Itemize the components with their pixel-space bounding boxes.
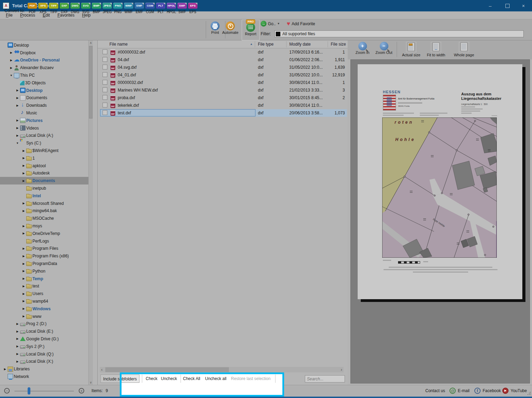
sidebar-item-network[interactable]: Network — [0, 373, 88, 380]
expander-icon[interactable]: ▶ — [15, 126, 20, 130]
sidebar-item-sys-2-p[interactable]: ▶Sys 2 (P:) — [0, 343, 88, 350]
minimize-button[interactable]: – — [483, 0, 498, 11]
sidebar-item-documents[interactable]: ▶Documents — [0, 94, 88, 102]
row-checkbox[interactable] — [103, 49, 107, 54]
zoom-in-button[interactable]: + Zoom In — [352, 42, 373, 55]
row-checkbox[interactable] — [103, 95, 107, 100]
sidebar-item-autodesk[interactable]: ▶Autodesk — [0, 170, 88, 177]
row-checkbox[interactable] — [103, 80, 107, 85]
format-wmf[interactable]: WMFWMF — [123, 2, 134, 14]
file-row-proba-dxf[interactable]: DXFproba.dxfdxf30/01/2015 8:45...2 — [100, 94, 347, 102]
expander-icon[interactable]: ▶ — [21, 315, 26, 318]
scroll-left-icon[interactable]: ‹ — [101, 367, 103, 372]
expander-icon[interactable]: ▶ — [21, 269, 26, 273]
expander-icon[interactable]: ▶ — [3, 368, 7, 371]
go-dropdown-icon[interactable]: ▼ — [277, 22, 280, 25]
sidebar-item-alexander-buzaev[interactable]: ▶Alexander Buzaev — [0, 64, 88, 72]
sidebar-item-onedrive-personal[interactable]: ▶OneDrive - Personal — [0, 57, 88, 64]
sidebar-item-users[interactable]: ▶Users — [0, 290, 88, 297]
format-swf[interactable]: SWFSWF — [177, 2, 187, 14]
filter-select[interactable]: All supported files — [274, 30, 524, 37]
format-bmp[interactable]: BMPBMP — [91, 2, 102, 14]
file-row-marines-wh-new-dxf[interactable]: DXFMarines WH NEW.dxfdxf21/02/2013 3:33.… — [100, 86, 347, 94]
sidebar-item-apktool[interactable]: ▶apktool — [0, 162, 88, 170]
sidebar-item-winreagent[interactable]: ▶$WinREAgent — [0, 147, 88, 154]
format-cgm[interactable]: CGMCGM — [145, 2, 155, 14]
col-modify-date[interactable]: Modify date — [289, 42, 311, 47]
resize-grip[interactable] — [527, 392, 531, 395]
zoom-slider-thumb[interactable] — [28, 387, 30, 395]
add-favorite-button[interactable]: ♥ Add Favorite — [287, 21, 315, 27]
sidebar-item-dropbox[interactable]: ▶Dropbox — [0, 49, 88, 57]
format-eps[interactable]: EPSEPS — [187, 2, 198, 14]
tree-scrollbar-thumb[interactable] — [89, 46, 93, 119]
expander-icon[interactable]: ▶ — [21, 172, 26, 175]
fit-to-width-button[interactable]: ↔ Fit to width — [423, 42, 449, 57]
format-emf[interactable]: EMFEMF — [134, 2, 145, 14]
sidebar-item-test[interactable]: ▶test — [0, 283, 88, 290]
expander-icon[interactable]: ▶ — [15, 360, 20, 363]
format-jpeg[interactable]: JPEGJPEG — [102, 2, 113, 14]
expander-icon[interactable]: ▶ — [21, 149, 26, 152]
sidebar-item-desktop[interactable]: Desktop — [0, 41, 88, 49]
sidebar-item-perflogs[interactable]: PerfLogs — [0, 237, 88, 245]
sidebar-item-3d-objects[interactable]: 3D Objects — [0, 79, 88, 87]
sidebar-item-program-files[interactable]: ▶Program Files — [0, 245, 88, 253]
expander-icon[interactable]: ▶ — [15, 96, 20, 100]
sidebar-item-onedrivetemp[interactable]: ▶OneDriveTemp — [0, 230, 88, 237]
file-row-04-01-dxf[interactable]: DXF04_01.dxfdxf31/05/2022 10:0...12,919 — [100, 71, 347, 79]
row-checkbox[interactable] — [103, 57, 107, 62]
sidebar-item-local-disk-x[interactable]: ▶Local Disk (X:) — [0, 358, 88, 365]
row-checkbox[interactable] — [103, 72, 107, 77]
sidebar-item-intel[interactable]: Intel — [0, 192, 88, 200]
sidebar-item-local-disk-a[interactable]: ▶Local Disk (A:) — [0, 132, 88, 140]
go-button[interactable]: → Go.. ▼ — [261, 21, 280, 27]
zoom-slider-track[interactable] — [14, 391, 74, 391]
expander-icon[interactable]: ▶ — [21, 164, 26, 167]
expander-icon[interactable]: ▶ — [21, 307, 26, 310]
expander-icon[interactable]: ▶ — [9, 59, 13, 62]
row-checkbox[interactable] — [103, 87, 107, 92]
expander-icon[interactable]: ▼ — [9, 74, 13, 77]
expander-icon[interactable]: ▶ — [21, 300, 26, 303]
expander-icon[interactable]: ▶ — [15, 352, 20, 356]
expander-icon[interactable]: ▶ — [21, 209, 26, 212]
expander-icon[interactable]: ▶ — [21, 232, 26, 235]
contact-us-link[interactable]: Contact us — [425, 388, 445, 393]
expander-icon[interactable]: ▶ — [21, 157, 26, 160]
sidebar-item-msys[interactable]: ▶msys — [0, 222, 88, 230]
sidebar-item-google-drive-g[interactable]: ▶Google Drive (G:) — [0, 335, 88, 343]
sidebar-item-local-disk-q[interactable]: ▶Local Disk (Q:) — [0, 350, 88, 358]
maximize-button[interactable] — [500, 0, 515, 11]
expander-icon[interactable]: ▶ — [15, 119, 20, 122]
zoom-minus-button[interactable]: − — [4, 388, 10, 394]
sidebar-item-program-files-x86[interactable]: ▶Program Files (x86) — [0, 252, 88, 260]
expander-icon[interactable]: ▶ — [21, 277, 26, 280]
sidebar-item-windows[interactable]: ▶Windows — [0, 305, 88, 313]
sidebar-item-programdata[interactable]: ▶ProgramData — [0, 260, 88, 267]
format-dxf[interactable]: DXFDXF — [59, 2, 70, 14]
sidebar-item-music[interactable]: Music — [0, 109, 88, 117]
sidebar-item-wamp64[interactable]: ▶wamp64 — [0, 297, 88, 305]
sidebar-item-pictures[interactable]: ▶Pictures — [0, 117, 88, 124]
format-png[interactable]: PNGPNG — [113, 2, 123, 14]
expander-icon[interactable]: ▶ — [15, 104, 20, 107]
sidebar-item-python[interactable]: ▶Python — [0, 267, 88, 275]
sidebar-item-sys-c[interactable]: ▼Sys (C:) — [0, 139, 88, 147]
email-link[interactable]: E-mail — [458, 388, 470, 393]
file-row-04-svg-dxf[interactable]: DXF04.svg.dxfdxf31/05/2022 10:0...1,639 — [100, 64, 347, 71]
zoom-out-button[interactable]: − Zoom Out — [373, 42, 395, 55]
email-icon[interactable]: @ — [449, 388, 456, 394]
expander-icon[interactable]: ▼ — [15, 142, 20, 145]
document-preview-page[interactable]: HESSEN Amt für Bodenmanagement Fulda 360… — [358, 64, 522, 299]
search-input[interactable] — [305, 375, 345, 382]
whole-page-button[interactable]: Whole page — [451, 42, 477, 57]
scroll-up-icon[interactable]: ∧ — [89, 41, 93, 45]
expander-icon[interactable]: ▶ — [15, 345, 20, 348]
file-row-00000032-dxf[interactable]: DXF00000032.dxfdxf30/08/2014 11:0...1 — [100, 79, 347, 86]
sidebar-item-downloads[interactable]: ▶Downloads — [0, 102, 88, 109]
expander-icon[interactable]: ▶ — [9, 51, 13, 54]
facebook-link[interactable]: Facebook — [483, 388, 501, 393]
sidebar-item-microsoft-shared[interactable]: ▶Microsoft Shared — [0, 200, 88, 207]
actual-size-button[interactable]: Actual size — [399, 42, 423, 57]
